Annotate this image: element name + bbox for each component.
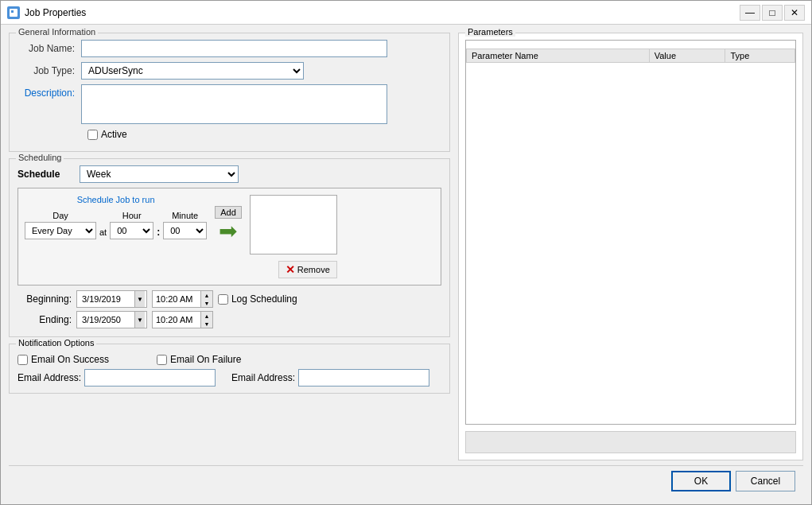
hour-col: Hour 00010203 04050607 08091011 12131415… xyxy=(110,211,153,239)
job-name-label: Job Name: xyxy=(17,43,81,54)
job-name-row: Job Name: xyxy=(17,40,441,57)
right-panel: Parameters Parameter Name Value Type xyxy=(458,33,803,460)
window-title: Job Properties xyxy=(25,7,86,18)
log-scheduling-checkbox[interactable] xyxy=(218,294,228,305)
notification-section-label: Notification Options xyxy=(16,338,96,348)
ending-time-up[interactable]: ▲ xyxy=(201,312,212,320)
description-row: Description: xyxy=(17,84,441,124)
schedule-right: ✕ Remove xyxy=(250,195,337,278)
active-row: Active xyxy=(87,129,441,140)
active-label: Active xyxy=(101,129,127,140)
ending-row: Ending: ▼ ▲ ▼ xyxy=(17,311,441,328)
title-bar: Job Properties — □ ✕ xyxy=(1,1,811,25)
schedule-row: Schedule Week Day Month xyxy=(17,165,441,183)
scheduling-section: Scheduling Schedule Week Day Month Sched… xyxy=(9,158,450,337)
param-value-header: Value xyxy=(649,49,725,63)
notification-rows: Email On Success Email On Failure Email … xyxy=(17,354,441,387)
failure-email-label: Email Address: xyxy=(231,372,295,383)
job-name-input[interactable] xyxy=(81,40,387,57)
add-btn-col: Add ➡ xyxy=(215,206,242,243)
schedule-select[interactable]: Week Day Month xyxy=(80,165,239,183)
minimize-button[interactable]: — xyxy=(740,5,760,21)
failure-email-col: Email Address: xyxy=(231,369,429,387)
close-button[interactable]: ✕ xyxy=(784,5,805,21)
general-section-label: General Information xyxy=(16,27,98,37)
param-name-header: Parameter Name xyxy=(467,49,650,63)
beginning-time-field[interactable] xyxy=(153,290,200,308)
beginning-time-down[interactable]: ▼ xyxy=(201,299,212,307)
success-email-input[interactable] xyxy=(84,369,216,387)
notification-section: Notification Options Email On Success Em… xyxy=(9,344,450,394)
param-type-header: Type xyxy=(725,49,795,63)
hour-select[interactable]: 00010203 04050607 08091011 12131415 1617… xyxy=(110,222,153,239)
ending-date-field[interactable] xyxy=(79,311,134,328)
failure-col: Email On Failure xyxy=(157,354,241,365)
main-content: General Information Job Name: Job Type: … xyxy=(9,33,803,460)
day-select[interactable]: Every Day Monday Tuesday Wednesday Thurs… xyxy=(25,222,96,239)
remove-button[interactable]: ✕ Remove xyxy=(278,261,337,278)
beginning-date-field[interactable] xyxy=(79,290,134,308)
at-label: at xyxy=(99,227,107,237)
ok-button[interactable]: OK xyxy=(671,471,731,491)
svg-rect-1 xyxy=(11,10,14,13)
active-checkbox[interactable] xyxy=(87,130,98,140)
ending-time-input[interactable]: ▲ ▼ xyxy=(152,311,213,328)
parameters-section: Parameters Parameter Name Value Type xyxy=(458,33,803,460)
beginning-time-up[interactable]: ▲ xyxy=(201,291,212,299)
parameters-table: Parameter Name Value Type xyxy=(466,49,795,63)
day-col: Day Every Day Monday Tuesday Wednesday T… xyxy=(25,211,96,239)
minute-col: Minute 00051015 20253035 40455055 xyxy=(163,211,207,239)
day-hour-row: Day Every Day Monday Tuesday Wednesday T… xyxy=(25,211,207,239)
minute-select[interactable]: 00051015 20253035 40455055 xyxy=(163,222,207,239)
parameters-action-bar xyxy=(465,431,796,453)
ending-date-input[interactable]: ▼ xyxy=(76,311,147,328)
title-buttons: — □ ✕ xyxy=(740,5,805,21)
success-col: Email On Success xyxy=(17,354,109,365)
colon-label: : xyxy=(157,227,160,238)
date-rows: Beginning: ▼ ▲ ▼ xyxy=(17,290,441,328)
email-success-checkbox[interactable] xyxy=(17,355,28,365)
minute-label: Minute xyxy=(172,211,198,220)
day-label: Day xyxy=(52,211,68,220)
title-bar-left: Job Properties xyxy=(7,6,86,19)
failure-email-input[interactable] xyxy=(298,369,429,387)
beginning-date-dropdown-icon[interactable]: ▼ xyxy=(134,291,145,307)
scheduling-section-label: Scheduling xyxy=(16,153,64,162)
footer: OK Cancel xyxy=(9,465,803,496)
email-success-label: Email On Success xyxy=(31,354,109,365)
add-arrow-icon: ➡ xyxy=(219,220,237,243)
general-section: General Information Job Name: Job Type: … xyxy=(9,33,450,152)
parameters-table-wrapper: Parameter Name Value Type xyxy=(465,40,796,425)
cancel-button[interactable]: Cancel xyxy=(736,471,795,491)
remove-x-icon: ✕ xyxy=(286,263,295,276)
email-failure-label: Email On Failure xyxy=(170,354,241,365)
ending-time-down[interactable]: ▼ xyxy=(201,320,212,328)
success-email-col: Email Address: xyxy=(17,369,216,387)
ending-label: Ending: xyxy=(17,314,72,325)
hour-label: Hour xyxy=(122,211,142,220)
beginning-label: Beginning: xyxy=(17,293,72,305)
ending-date-dropdown-icon[interactable]: ▼ xyxy=(134,312,145,328)
add-button[interactable]: Add ➡ xyxy=(215,206,242,243)
ending-time-field[interactable] xyxy=(153,311,200,328)
description-textarea[interactable] xyxy=(81,84,387,124)
log-checkbox-row: Log Scheduling xyxy=(218,293,297,305)
schedule-inner-left: Schedule Job to run Day Every Day Monday… xyxy=(25,195,207,239)
notification-email-row: Email Address: Email Address: xyxy=(17,369,441,387)
notification-checkbox-row: Email On Success Email On Failure xyxy=(17,354,441,365)
job-type-label: Job Type: xyxy=(17,65,81,76)
beginning-time-spin: ▲ ▼ xyxy=(200,291,212,307)
beginning-time-input[interactable]: ▲ ▼ xyxy=(152,290,213,308)
beginning-date-input[interactable]: ▼ xyxy=(76,290,147,308)
schedule-inner-title: Schedule Job to run xyxy=(77,195,155,204)
email-failure-checkbox[interactable] xyxy=(157,355,167,365)
schedule-label: Schedule xyxy=(17,169,73,180)
beginning-row: Beginning: ▼ ▲ ▼ xyxy=(17,290,441,308)
schedule-inner: Schedule Job to run Day Every Day Monday… xyxy=(17,188,441,286)
job-type-select[interactable]: ADUserSync xyxy=(81,62,304,80)
job-type-row: Job Type: ADUserSync xyxy=(17,62,441,80)
maximize-button[interactable]: □ xyxy=(762,5,783,21)
log-scheduling-label: Log Scheduling xyxy=(231,293,297,305)
window-body: General Information Job Name: Job Type: … xyxy=(1,25,811,504)
description-label: Description: xyxy=(17,84,81,99)
